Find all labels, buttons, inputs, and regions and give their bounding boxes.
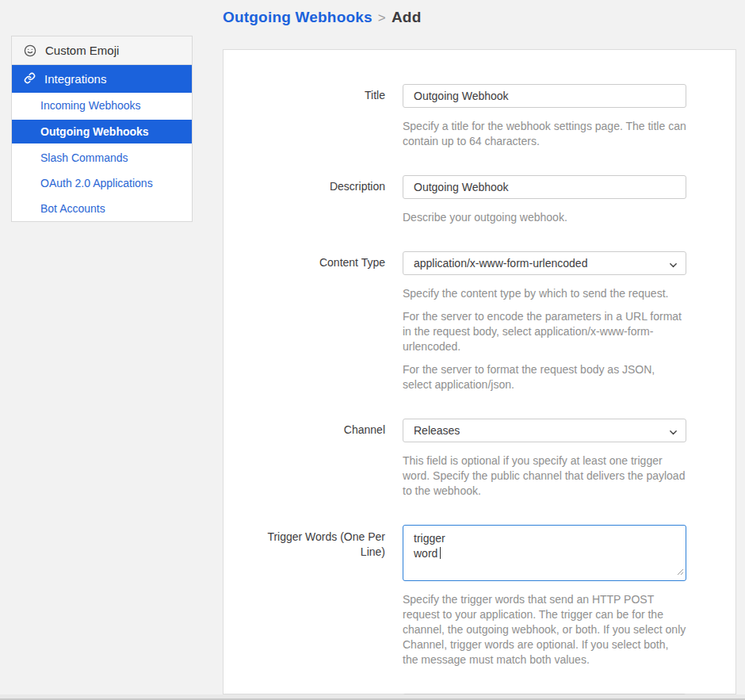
channel-help-text: This field is optional if you specify at… <box>403 453 686 499</box>
trigger-words-help-text: Specify the trigger words that send an H… <box>403 592 686 667</box>
channel-row: Channel Releases This field is optional … <box>224 419 735 499</box>
trigger-words-textarea[interactable]: trigger word <box>403 525 686 581</box>
channel-select[interactable]: Releases <box>403 419 686 442</box>
title-input[interactable] <box>403 84 686 108</box>
breadcrumb: Outgoing Webhooks>Add <box>223 9 422 26</box>
trigger-words-label: Trigger Words (One Per Line) <box>224 525 403 667</box>
webhook-form-panel: Title Specify a title for the webhook se… <box>223 49 736 694</box>
link-icon <box>24 72 36 86</box>
description-label: Description <box>224 175 403 225</box>
breadcrumb-section-link[interactable]: Outgoing Webhooks <box>223 9 372 25</box>
title-help-text: Specify a title for the webhook settings… <box>403 119 686 149</box>
page-title: Add <box>392 9 422 25</box>
description-input[interactable] <box>403 175 686 199</box>
sidebar-item-oauth-applications[interactable]: OAuth 2.0 Applications <box>12 170 192 196</box>
breadcrumb-separator: > <box>378 10 386 25</box>
sidebar-item-incoming-webhooks[interactable]: Incoming Webhooks <box>12 93 192 118</box>
description-row: Description Describe your outgoing webho… <box>224 175 735 225</box>
content-type-row: Content Type application/x-www-form-urle… <box>224 251 735 392</box>
title-row: Title Specify a title for the webhook se… <box>224 84 735 149</box>
title-label: Title <box>224 84 403 149</box>
channel-label: Channel <box>224 419 403 499</box>
sidebar-item-integrations[interactable]: Integrations <box>12 65 192 93</box>
sidebar-item-slash-commands[interactable]: Slash Commands <box>12 145 192 170</box>
sidebar-item-bot-accounts[interactable]: Bot Accounts <box>12 196 192 221</box>
sidebar-item-label: Custom Emoji <box>45 44 119 57</box>
settings-sidebar: Custom Emoji Integrations Incoming Webho… <box>11 36 193 222</box>
content-type-help-text: Specify the content type by which to sen… <box>403 286 686 392</box>
content-type-label: Content Type <box>224 251 403 392</box>
text-cursor <box>440 547 441 559</box>
sidebar-item-custom-emoji[interactable]: Custom Emoji <box>12 36 192 65</box>
content-type-select[interactable]: application/x-www-form-urlencoded <box>403 251 686 275</box>
smiley-icon <box>24 44 36 57</box>
trigger-words-row: Trigger Words (One Per Line) trigger wor… <box>224 525 735 667</box>
description-help-text: Describe your outgoing webhook. <box>403 210 686 225</box>
sidebar-item-label: Integrations <box>44 72 106 86</box>
viewport-bottom-edge <box>0 694 745 700</box>
sidebar-item-outgoing-webhooks[interactable]: Outgoing Webhooks <box>12 120 192 143</box>
